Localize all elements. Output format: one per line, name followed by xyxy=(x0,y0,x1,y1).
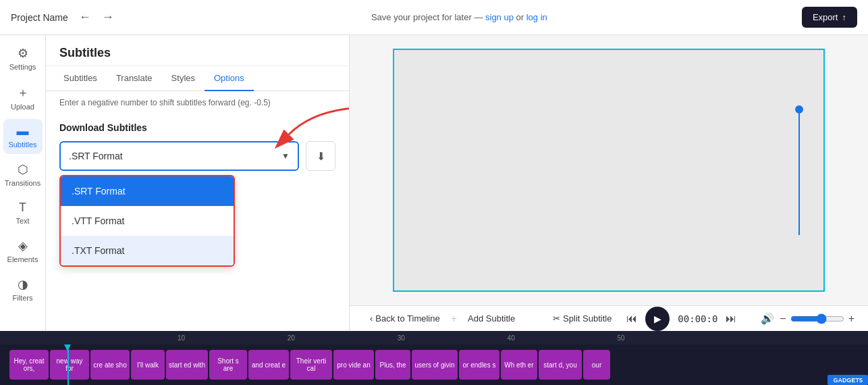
track-block-6[interactable]: Short s are xyxy=(209,350,247,380)
login-link[interactable]: log in xyxy=(526,12,547,22)
timeline-ruler: 10 20 30 40 50 xyxy=(0,331,868,344)
separator: + xyxy=(451,313,457,325)
back-to-timeline-button[interactable]: ‹ Back to Timeline xyxy=(363,309,447,328)
undo-button[interactable]: ← xyxy=(76,7,94,27)
sidebar-item-subtitles-label: Subtitles xyxy=(8,140,36,149)
track-block-1[interactable]: Hey, creat ors, xyxy=(9,350,49,380)
elements-icon: ◈ xyxy=(18,238,28,253)
canvas-box xyxy=(393,49,825,292)
ruler-mark-20: 20 xyxy=(288,334,295,342)
filters-icon: ◑ xyxy=(18,277,28,292)
export-icon: ↑ xyxy=(842,12,846,22)
format-select-wrapper: .SRT Format ▼ .SRT Format .VTT Format .T… xyxy=(59,141,299,171)
sidebar-item-text[interactable]: T Text xyxy=(3,195,43,230)
zoom-slider[interactable] xyxy=(790,313,844,324)
format-dropdown: .SRT Format .VTT Format .TXT Format xyxy=(59,175,235,267)
header-save-text: Save your project for later — sign up or… xyxy=(371,12,547,22)
format-option-vtt[interactable]: .VTT Format xyxy=(61,206,234,236)
main-layout: ⚙ Settings ＋ Upload ▬ Subtitles ⬡ Transi… xyxy=(0,35,868,331)
options-content: Download Subtitles .SRT Format ▼ .SRT Fo… xyxy=(46,111,349,331)
tab-subtitles[interactable]: Subtitles xyxy=(54,66,107,91)
sidebar-item-transitions[interactable]: ⬡ Transitions xyxy=(3,157,43,192)
sidebar-icons: ⚙ Settings ＋ Upload ▬ Subtitles ⬡ Transi… xyxy=(0,35,46,331)
add-subtitle-button[interactable]: Add Subtitle xyxy=(461,309,522,328)
download-button[interactable]: ⬇ xyxy=(306,141,335,171)
settings-icon: ⚙ xyxy=(18,46,28,61)
time-display: 00:00:0 xyxy=(678,313,717,324)
redo-button[interactable]: → xyxy=(99,7,117,27)
hint-text: Enter a negative number to shift subtitl… xyxy=(46,91,349,111)
zoom-control: − + xyxy=(780,313,855,325)
upload-icon: ＋ xyxy=(17,84,29,101)
timeline-tracks: Hey, creat ors, new way for cre ate sho … xyxy=(0,344,868,385)
sidebar-item-transitions-label: Transitions xyxy=(5,179,40,187)
sidebar-item-text-label: Text xyxy=(16,217,29,225)
play-icon: ▶ xyxy=(654,313,661,324)
sidebar-item-subtitles[interactable]: ▬ Subtitles xyxy=(3,119,43,154)
track-block-9[interactable]: pro vide an xyxy=(333,350,374,380)
forward-button[interactable]: ⏭ xyxy=(726,313,736,325)
sidebar-item-filters[interactable]: ◑ Filters xyxy=(3,272,43,307)
format-option-txt[interactable]: .TXT Format xyxy=(61,236,234,265)
play-button[interactable]: ▶ xyxy=(645,307,670,331)
zoom-in-button[interactable]: + xyxy=(848,313,855,325)
canvas-wrapper xyxy=(350,35,868,305)
track-block-11[interactable]: users of givin xyxy=(412,350,458,380)
sidebar-item-elements-label: Elements xyxy=(7,255,38,263)
format-select-button[interactable]: .SRT Format ▼ xyxy=(59,141,299,171)
ruler-mark-30: 30 xyxy=(398,334,405,342)
subtitles-icon: ▬ xyxy=(17,124,29,138)
sidebar-item-filters-label: Filters xyxy=(13,294,33,302)
track-block-12[interactable]: or endles s xyxy=(459,350,499,380)
back-icon: ‹ xyxy=(370,313,373,324)
left-panel: Subtitles Subtitles Translate Styles Opt… xyxy=(46,35,350,331)
timeline-area: 10 20 30 40 50 Hey, creat ors, new way f… xyxy=(0,331,868,385)
tab-options[interactable]: Options xyxy=(205,66,254,91)
track-block-8[interactable]: Their verti cal xyxy=(290,350,332,380)
sidebar-item-settings-label: Settings xyxy=(9,63,36,71)
track-block-10[interactable]: Plus, the xyxy=(375,350,410,380)
chevron-down-icon: ▼ xyxy=(281,151,290,161)
split-icon: ✂ xyxy=(553,313,560,324)
signup-link[interactable]: sign up xyxy=(485,12,514,22)
zoom-out-button[interactable]: − xyxy=(780,313,786,325)
selected-format-label: .SRT Format xyxy=(69,151,123,161)
split-subtitle-button[interactable]: ✂ Split Subtitle xyxy=(546,309,618,328)
tab-styles[interactable]: Styles xyxy=(162,66,205,91)
ruler-mark-40: 40 xyxy=(508,334,515,342)
tabs-row: Subtitles Translate Styles Options xyxy=(46,66,349,91)
sidebar-item-upload-label: Upload xyxy=(11,103,34,111)
sidebar-item-elements[interactable]: ◈ Elements xyxy=(3,233,43,269)
project-name: Project Name xyxy=(11,12,68,23)
sidebar-item-upload[interactable]: ＋ Upload xyxy=(3,79,43,116)
watermark-text: GADGET5 xyxy=(830,376,865,385)
rewind-button[interactable]: ⏮ xyxy=(626,313,637,325)
track-block-5[interactable]: start ed with xyxy=(166,350,208,380)
track-block-7[interactable]: and creat e xyxy=(248,350,289,380)
marker-line xyxy=(798,113,800,235)
format-option-srt[interactable]: .SRT Format xyxy=(61,176,234,206)
download-section-title: Download Subtitles xyxy=(59,122,335,133)
nav-arrows: ← → xyxy=(76,7,117,27)
ruler-mark-10: 10 xyxy=(178,334,185,342)
export-button[interactable]: Export ↑ xyxy=(802,7,857,28)
track-block-2[interactable]: new way for xyxy=(50,350,89,380)
controls-center: ✂ Split Subtitle ⏮ ▶ 00:00:0 ⏭ xyxy=(546,307,736,331)
track-block-15[interactable]: our xyxy=(583,350,610,380)
ruler-mark-50: 50 xyxy=(618,334,625,342)
watermark: GADGET5 xyxy=(828,375,868,385)
marker-dot xyxy=(795,105,803,113)
track-block-3[interactable]: cre ate sho xyxy=(90,350,130,380)
transitions-icon: ⬡ xyxy=(18,162,28,177)
volume-button[interactable]: 🔊 xyxy=(761,312,774,325)
text-icon: T xyxy=(19,201,26,215)
header-left: Project Name ← → xyxy=(11,7,117,27)
controls-right: 🔊 − + xyxy=(761,312,855,325)
preview-area: ‹ Back to Timeline + Add Subtitle ✂ Spli… xyxy=(350,35,868,331)
track-block-13[interactable]: Wh eth er xyxy=(501,350,537,380)
track-block-14[interactable]: start d, you xyxy=(539,350,582,380)
tab-translate[interactable]: Translate xyxy=(107,66,162,91)
sidebar-item-settings[interactable]: ⚙ Settings xyxy=(3,41,43,76)
track-block-4[interactable]: I'll walk xyxy=(131,350,165,380)
canvas-timeline-marker xyxy=(795,105,803,235)
